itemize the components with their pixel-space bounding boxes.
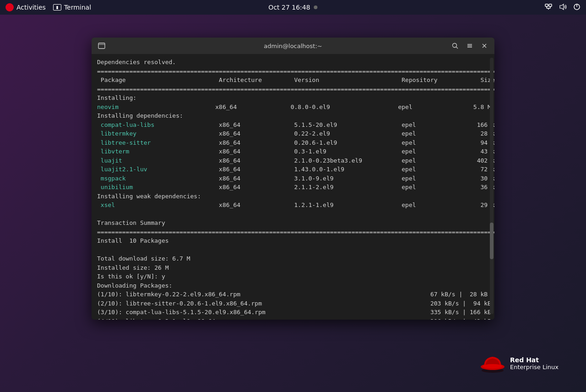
activities-button[interactable]: Activities (5, 3, 46, 11)
line-downloading: Downloading Packages: (97, 281, 489, 290)
power-icon[interactable] (573, 3, 581, 12)
svg-rect-9 (98, 43, 105, 49)
terminal-content: Dependencies resolved. =================… (92, 54, 494, 320)
line-sep-1: ========================================… (97, 67, 489, 76)
line-blank-2 (97, 245, 489, 255)
line-installing-weak: Installing weak dependencies: (97, 192, 489, 201)
topbar-left: Activities ▮ Terminal (5, 3, 91, 11)
activities-label: Activities (16, 4, 46, 11)
notification-dot (314, 5, 318, 9)
line-sep-2: ========================================… (97, 85, 489, 94)
line-luajit2-luv: luajit2.1-luv x86_64 1.43.0.0-1.el9 epel… (97, 165, 489, 174)
volume-icon[interactable] (559, 4, 567, 11)
line-total-size: Total download size: 6.7 M (97, 254, 489, 263)
redhat-text: Red Hat Enterprise Linux (510, 356, 559, 370)
datetime-text: Oct 27 16:48 (268, 4, 310, 11)
close-button[interactable] (478, 39, 491, 52)
svg-rect-0 (545, 4, 548, 6)
line-dl-4: (4/10): libvterm-0.3-1.el9.x86_64.rpm 39… (97, 317, 489, 320)
line-transaction-summary: Transaction Summary (97, 218, 489, 228)
line-blank-1 (97, 210, 489, 219)
topbar-right (545, 3, 581, 12)
desktop: admin@localhost:~ (0, 15, 586, 392)
svg-marker-6 (560, 4, 564, 10)
titlebar-left (95, 39, 108, 52)
terminal-window: admin@localhost:~ (92, 38, 494, 320)
terminal-titlebar: admin@localhost:~ (92, 38, 494, 54)
line-dl-1: (1/10): libtermkey-0.22-2.el9.x86_64.rpm… (97, 290, 489, 299)
line-sep-3: ========================================… (97, 228, 489, 237)
line-xsel: xsel x86_64 1.2.1-1.el9 epel 29 k (97, 201, 489, 210)
scrollbar-thumb[interactable] (490, 223, 494, 259)
terminal-taskbar-button[interactable]: ▮ Terminal (53, 4, 91, 11)
terminal-taskbar-icon: ▮ (53, 4, 61, 11)
menu-button[interactable] (463, 39, 476, 52)
topbar-datetime: Oct 27 16:48 (268, 4, 317, 11)
line-libtree-sitter: libtree-sitter x86_64 0.20.6-1.el9 epel … (97, 138, 489, 147)
line-compat-lua-libs: compat-lua-libs x86_64 5.1.5-20.el9 epel… (97, 120, 489, 130)
line-is-ok: Is this ok [y/N]: y (97, 272, 489, 281)
line-install-count: Install 10 Packages (97, 236, 489, 245)
svg-rect-1 (549, 4, 552, 6)
scrollbar[interactable] (490, 58, 494, 314)
line-installed-size: Installed size: 26 M (97, 263, 489, 272)
svg-point-20 (483, 364, 503, 369)
line-msgpack: msgpack x86_64 3.1.0-9.el9 epel 30 k (97, 174, 489, 183)
redhat-line1: Red Hat (510, 356, 559, 364)
line-libtermkey: libtermkey x86_64 0.22-2.el9 epel 28 k (97, 129, 489, 138)
line-header: Package Architecture Version Repository … (97, 76, 489, 85)
titlebar-right (449, 39, 491, 52)
redhat-dot-icon (5, 3, 14, 11)
line-libvterm: libvterm x86_64 0.3-1.el9 epel 43 k (97, 147, 489, 156)
redhat-line2: Enterprise Linux (510, 364, 559, 370)
line-neovim: neovim x86_64 0.8.0-0.el9 epel 5.8 M (97, 103, 489, 112)
line-unibilium: unibilium x86_64 2.1.1-2.el9 epel 36 k (97, 183, 489, 192)
line-installing-deps: Installing dependencies: (97, 111, 489, 120)
network-icon[interactable] (545, 4, 553, 11)
redhat-hat-icon (480, 353, 505, 374)
line-dl-3: (3/10): compat-lua-libs-5.1.5-20.el9.x86… (97, 308, 489, 317)
topbar: Activities ▮ Terminal Oct 27 16:48 (0, 0, 586, 15)
terminal-embed-button[interactable] (95, 39, 108, 52)
svg-line-12 (456, 47, 458, 49)
search-button[interactable] (449, 39, 461, 52)
terminal-title: admin@localhost:~ (264, 43, 322, 49)
svg-point-11 (453, 44, 457, 48)
line-luajit: luajit x86_64 2.1.0-0.23beta3.el9 epel 4… (97, 156, 489, 165)
line-installing: Installing: (97, 93, 489, 103)
line-deps-resolved: Dependencies resolved. (97, 58, 489, 67)
terminal-taskbar-label: Terminal (64, 4, 91, 11)
line-dl-2: (2/10): libtree-sitter-0.20.6-1.el9.x86_… (97, 299, 489, 308)
redhat-logo: Red Hat Enterprise Linux (480, 353, 559, 374)
